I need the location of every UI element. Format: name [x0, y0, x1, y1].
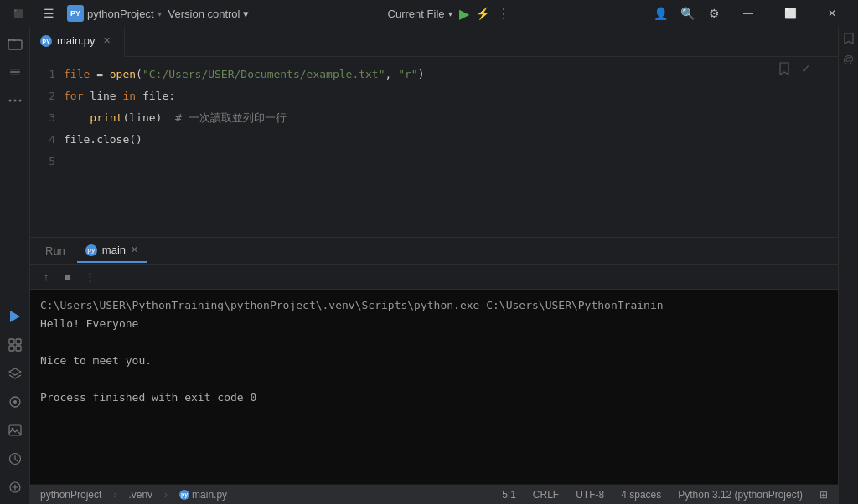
- status-venv[interactable]: .venv: [125, 489, 156, 501]
- check-icon[interactable]: ✓: [798, 60, 814, 77]
- terminal-run-tab[interactable]: Run: [37, 239, 74, 263]
- title-bar: ⬛ ☰ PY pythonProject ▾ Version control ▾…: [0, 0, 858, 27]
- svg-rect-3: [10, 75, 20, 75]
- terminal-line-4: Nice to meet you.: [40, 352, 828, 370]
- profile-icon[interactable]: 👤: [649, 2, 672, 25]
- status-bar: pythonProject › .venv › py main.py 5:1 C…: [30, 484, 838, 504]
- version-control-btn[interactable]: Version control ▾: [168, 8, 250, 20]
- svg-rect-0: [8, 40, 22, 49]
- tab-main-py[interactable]: py main.py ✕: [30, 27, 125, 57]
- svg-point-13: [13, 400, 17, 404]
- main-layout: py main.py ✕ ✓ 1 2 3 4 5: [0, 27, 858, 504]
- code-area[interactable]: file = open("C:/Users/USER/Documents/exa…: [64, 57, 838, 237]
- svg-rect-10: [9, 346, 14, 351]
- app-icon[interactable]: ⬛: [7, 2, 30, 25]
- terminal-more-icon[interactable]: ⋮: [80, 268, 99, 286]
- terminal-line-5: [40, 370, 828, 388]
- right-sidebar: @: [838, 27, 858, 504]
- sidebar-item-image[interactable]: [2, 417, 28, 444]
- status-python[interactable]: Python 3.12 (pythonProject): [675, 489, 806, 501]
- debug-button[interactable]: ⚡: [476, 7, 490, 20]
- sidebar-item-run[interactable]: [2, 303, 28, 330]
- tab-file-icon: py: [40, 35, 52, 47]
- svg-rect-2: [10, 71, 20, 72]
- breadcrumb-sep-2: ›: [164, 489, 168, 501]
- status-bar-right: 5:1 CRLF UTF-8 4 spaces Python 3.12 (pyt…: [499, 489, 831, 501]
- bookmark-icon[interactable]: [776, 60, 793, 77]
- terminal-main-tab[interactable]: py main ✕: [77, 239, 147, 263]
- tab-bar: py main.py ✕: [30, 27, 838, 57]
- project-icon: PY: [67, 5, 84, 22]
- maximize-button[interactable]: ⬜: [771, 0, 809, 27]
- tab-close-button[interactable]: ✕: [101, 34, 114, 48]
- terminal-line-1: C:\Users\USER\PythonTraining\pythonProje…: [40, 296, 828, 315]
- status-position[interactable]: 5:1: [499, 489, 519, 501]
- sidebar-item-settings[interactable]: [2, 59, 28, 85]
- sidebar-item-more[interactable]: [2, 87, 28, 114]
- svg-rect-14: [9, 425, 21, 435]
- svg-rect-8: [9, 339, 14, 344]
- titlebar-center: Current File ▾ ▶ ⚡ ⋮: [388, 6, 510, 22]
- run-button[interactable]: ▶: [459, 6, 469, 22]
- terminal-line-6: Process finished with exit code 0: [40, 388, 828, 407]
- status-file-name: main.py: [192, 489, 227, 501]
- terminal-tabs: Run py main ✕: [30, 238, 838, 265]
- sidebar-item-folder[interactable]: [2, 30, 28, 57]
- svg-rect-9: [16, 339, 21, 344]
- current-file-selector[interactable]: Current File ▾: [388, 8, 452, 20]
- status-file[interactable]: py main.py: [176, 489, 230, 501]
- right-sidebar-at-icon[interactable]: @: [840, 50, 857, 67]
- terminal-stop-icon[interactable]: ■: [59, 268, 77, 286]
- sidebar-item-clock[interactable]: [2, 445, 28, 472]
- status-line-ending[interactable]: CRLF: [530, 489, 562, 501]
- current-file-label: Current File: [388, 8, 445, 20]
- tab-label: main.py: [57, 34, 96, 47]
- terminal-output[interactable]: C:\Users\USER\PythonTraining\pythonProje…: [30, 290, 838, 484]
- editor-content[interactable]: 1 2 3 4 5 file = open("C:/Users/USER/Doc…: [30, 57, 838, 237]
- right-sidebar-bookmark-icon[interactable]: [840, 30, 857, 47]
- sidebar-item-circle[interactable]: [2, 388, 28, 415]
- svg-rect-11: [16, 346, 21, 351]
- sidebar-item-extensions[interactable]: [2, 332, 28, 358]
- svg-point-4: [8, 100, 11, 102]
- status-bar-left: pythonProject › .venv › py main.py: [37, 489, 230, 501]
- close-button[interactable]: ✕: [813, 0, 851, 27]
- titlebar-left: ⬛ ☰ PY pythonProject ▾ Version control ▾: [7, 2, 249, 25]
- editor-panel: ✓ 1 2 3 4 5 file = open("C:/Users/USER/D…: [30, 57, 838, 237]
- search-icon[interactable]: 🔍: [675, 2, 699, 25]
- status-project[interactable]: pythonProject: [37, 489, 105, 501]
- current-file-chevron: ▾: [448, 9, 452, 18]
- project-name: pythonProject: [87, 8, 154, 20]
- version-control-label: Version control ▾: [168, 8, 250, 20]
- minimize-button[interactable]: —: [729, 0, 768, 27]
- status-layout-icon[interactable]: ⊞: [816, 489, 831, 501]
- project-chevron: ▾: [158, 9, 162, 18]
- terminal-toolbar: ↑ ■ ⋮: [30, 265, 838, 290]
- breadcrumb-sep-1: ›: [113, 489, 116, 501]
- status-encoding[interactable]: UTF-8: [572, 489, 607, 501]
- svg-point-5: [13, 100, 16, 102]
- sidebar-item-layers[interactable]: [2, 360, 28, 387]
- terminal-tab-icon: py: [85, 244, 97, 256]
- hamburger-menu[interactable]: ☰: [37, 2, 60, 25]
- titlebar-more-button[interactable]: ⋮: [497, 6, 510, 22]
- terminal-area: Run py main ✕ ↑ ■ ⋮ C:\Users\USER\Python…: [30, 237, 838, 484]
- terminal-scroll-up-icon[interactable]: ↑: [37, 268, 55, 286]
- left-sidebar: [0, 27, 30, 504]
- titlebar-right: 👤 🔍 ⚙ — ⬜ ✕: [649, 0, 851, 27]
- sidebar-item-plus[interactable]: [2, 474, 28, 501]
- line-numbers: 1 2 3 4 5: [30, 57, 64, 237]
- main-tab-label: main: [102, 244, 126, 256]
- status-file-icon: py: [179, 490, 189, 500]
- run-tab-label: Run: [45, 244, 65, 257]
- editor-area: py main.py ✕ ✓ 1 2 3 4 5: [30, 27, 838, 504]
- status-indent[interactable]: 4 spaces: [618, 489, 664, 501]
- svg-point-6: [18, 100, 21, 102]
- terminal-line-2: Hello! Everyone: [40, 315, 828, 333]
- terminal-tab-close-icon[interactable]: ✕: [131, 244, 138, 255]
- project-selector[interactable]: PY pythonProject ▾: [67, 5, 162, 22]
- terminal-line-3: [40, 333, 828, 352]
- settings-icon[interactable]: ⚙: [702, 2, 726, 25]
- editor-top-actions: ✓: [776, 60, 814, 77]
- svg-marker-7: [10, 311, 20, 322]
